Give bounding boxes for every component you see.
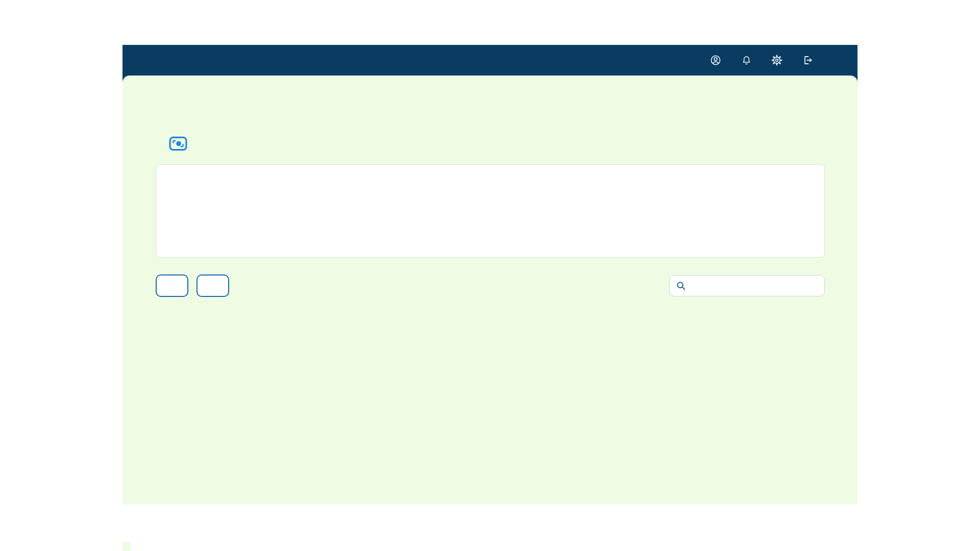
bell-icon[interactable] <box>740 54 752 66</box>
main-content <box>122 120 857 297</box>
search-icon <box>676 281 686 291</box>
logout-icon[interactable] <box>801 54 814 66</box>
header-icon-group <box>709 54 814 66</box>
app-window <box>122 45 857 505</box>
export-payments-button[interactable] <box>197 274 229 297</box>
title-row <box>160 136 825 151</box>
settings-icon[interactable] <box>771 54 783 66</box>
app-header <box>122 45 857 76</box>
banknote-icon <box>169 136 187 151</box>
breadcrumb <box>180 120 825 130</box>
user-icon[interactable] <box>709 54 722 66</box>
payment-logs-button[interactable] <box>156 274 188 297</box>
app-body <box>122 76 857 505</box>
primary-nav <box>122 76 857 100</box>
page-corner-artifact <box>122 542 131 551</box>
search-input[interactable] <box>691 281 818 291</box>
search-box <box>669 275 825 296</box>
actions-row <box>156 274 825 297</box>
account-summary-card <box>156 164 825 258</box>
